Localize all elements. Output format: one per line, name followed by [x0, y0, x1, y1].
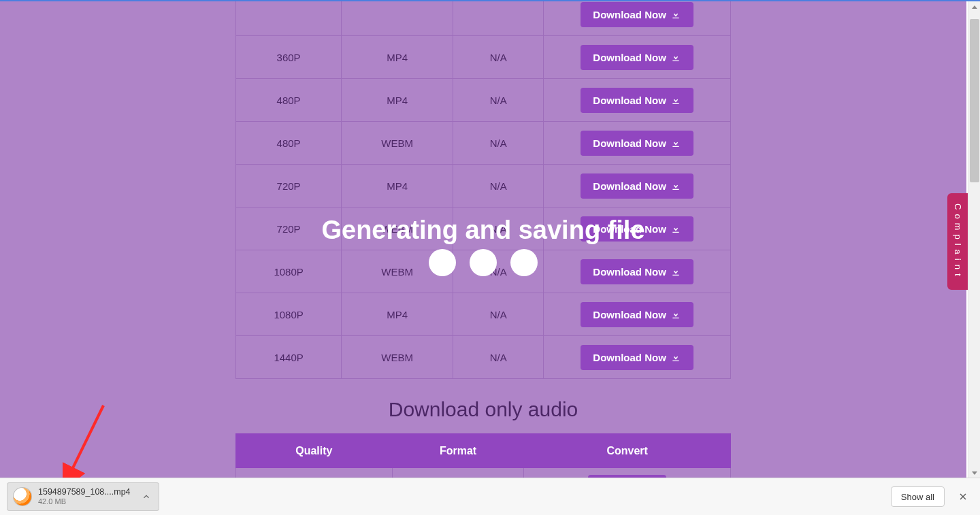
video-download-table: Download Now 360P MP4 N/A Download Now — [235, 0, 731, 379]
format-cell: MP4 — [342, 293, 453, 336]
table-row: 720P WEBM N/A Download Now — [236, 207, 731, 250]
download-chip[interactable]: 1594897589_108....mp4 42.0 MB — [7, 482, 159, 511]
file-size: 42.0 MB — [38, 497, 131, 506]
format-cell: MP4 — [342, 165, 453, 207]
size-cell: N/A — [453, 207, 544, 250]
table-header-row: Quality Format Convert — [236, 434, 731, 468]
audio-quality-cell: 64 KBPS — [236, 468, 393, 478]
chevron-up-icon — [142, 492, 151, 501]
scroll-down-icon[interactable] — [968, 467, 980, 478]
show-all-button[interactable]: Show all — [891, 486, 945, 507]
download-icon — [670, 309, 681, 320]
download-now-label: Download Now — [593, 223, 666, 235]
action-cell: Convert — [524, 468, 731, 478]
download-now-label: Download Now — [593, 180, 666, 192]
close-shelf-button[interactable] — [951, 485, 975, 508]
size-cell: N/A — [453, 293, 544, 336]
format-cell: WEBM — [342, 250, 453, 293]
col-quality: Quality — [236, 434, 393, 468]
quality-cell: 360P — [236, 36, 342, 79]
table-row: 1080P WEBM N/A Download Now — [236, 250, 731, 293]
table-row: 64 KBPS MP3 Convert — [236, 468, 731, 478]
size-cell: N/A — [453, 122, 544, 165]
size-cell — [453, 0, 544, 36]
table-row: 1080P MP4 N/A Download Now — [236, 293, 731, 336]
download-now-button[interactable]: Download Now — [581, 302, 693, 327]
download-icon — [670, 9, 681, 20]
table-row: Download Now — [236, 0, 731, 36]
scroll-up-icon[interactable] — [968, 1, 980, 14]
download-now-label: Download Now — [593, 352, 666, 363]
audio-download-table: Quality Format Convert 64 KBPS MP3 Conve… — [235, 433, 731, 478]
download-now-button[interactable]: Download Now — [581, 345, 693, 370]
table-row: 720P MP4 N/A Download Now — [236, 165, 731, 207]
action-cell: Download Now — [544, 207, 731, 250]
action-cell: Download Now — [544, 79, 731, 122]
format-cell: WEBM — [342, 122, 453, 165]
size-cell: N/A — [453, 165, 544, 207]
download-now-label: Download Now — [593, 266, 666, 278]
download-icon — [670, 95, 681, 105]
action-cell: Download Now — [544, 36, 731, 79]
quality-cell: 720P — [236, 207, 342, 250]
format-cell: MP4 — [342, 79, 453, 122]
download-icon — [670, 52, 681, 63]
vertical-scrollbar[interactable] — [968, 1, 980, 478]
quality-cell: 720P — [236, 165, 342, 207]
download-now-label: Download Now — [593, 52, 666, 63]
download-now-button[interactable]: Download Now — [581, 2, 693, 27]
download-icon — [670, 266, 681, 277]
download-now-label: Download Now — [593, 95, 666, 106]
download-now-button[interactable]: Download Now — [581, 259, 693, 284]
table-row: 480P MP4 N/A Download Now — [236, 79, 731, 122]
size-cell: N/A — [453, 336, 544, 379]
quality-cell — [236, 0, 342, 36]
size-cell: N/A — [453, 250, 544, 293]
action-cell: Download Now — [544, 293, 731, 336]
table-row: 360P MP4 N/A Download Now — [236, 36, 731, 79]
format-cell: MP4 — [342, 36, 453, 79]
size-cell: N/A — [453, 36, 544, 79]
quality-cell: 480P — [236, 79, 342, 122]
size-cell: N/A — [453, 79, 544, 122]
audio-format-cell: MP3 — [392, 468, 524, 478]
download-tables: Download Now 360P MP4 N/A Download Now — [235, 0, 731, 478]
download-now-button[interactable]: Download Now — [581, 45, 693, 70]
format-cell: WEBM — [342, 207, 453, 250]
table-row: 480P WEBM N/A Download Now — [236, 122, 731, 165]
close-icon — [958, 491, 968, 502]
file-type-icon — [14, 488, 31, 505]
quality-cell: 1080P — [236, 250, 342, 293]
action-cell: Download Now — [544, 165, 731, 207]
action-cell: Download Now — [544, 250, 731, 293]
chip-menu-button[interactable] — [137, 488, 155, 505]
download-icon — [670, 352, 681, 363]
table-row: 1440P WEBM N/A Download Now — [236, 336, 731, 379]
action-cell: Download Now — [544, 0, 731, 36]
download-now-button[interactable]: Download Now — [581, 173, 693, 199]
action-cell: Download Now — [544, 336, 731, 379]
download-icon — [670, 180, 681, 191]
file-text: 1594897589_108....mp4 42.0 MB — [38, 487, 131, 505]
download-now-label: Download Now — [593, 137, 666, 149]
format-cell — [342, 0, 453, 36]
quality-cell: 1080P — [236, 293, 342, 336]
quality-cell: 1440P — [236, 336, 342, 379]
audio-section-heading: Download only audio — [235, 398, 731, 421]
download-icon — [670, 137, 681, 148]
action-cell: Download Now — [544, 122, 731, 165]
file-name: 1594897589_108....mp4 — [38, 487, 131, 497]
download-icon — [670, 223, 681, 234]
col-convert: Convert — [524, 434, 731, 468]
scroll-thumb[interactable] — [970, 19, 979, 182]
download-now-label: Download Now — [593, 9, 666, 20]
download-now-button[interactable]: Download Now — [581, 88, 693, 113]
download-now-button[interactable]: Download Now — [581, 131, 693, 156]
download-now-button[interactable]: Download Now — [581, 216, 693, 242]
format-cell: WEBM — [342, 336, 453, 379]
page-viewport: Download Now 360P MP4 N/A Download Now — [0, 0, 980, 478]
download-shelf: 1594897589_108....mp4 42.0 MB Show all — [0, 478, 980, 515]
quality-cell: 480P — [236, 122, 342, 165]
download-now-label: Download Now — [593, 309, 666, 320]
complaint-tab[interactable]: Complaint — [947, 193, 968, 290]
